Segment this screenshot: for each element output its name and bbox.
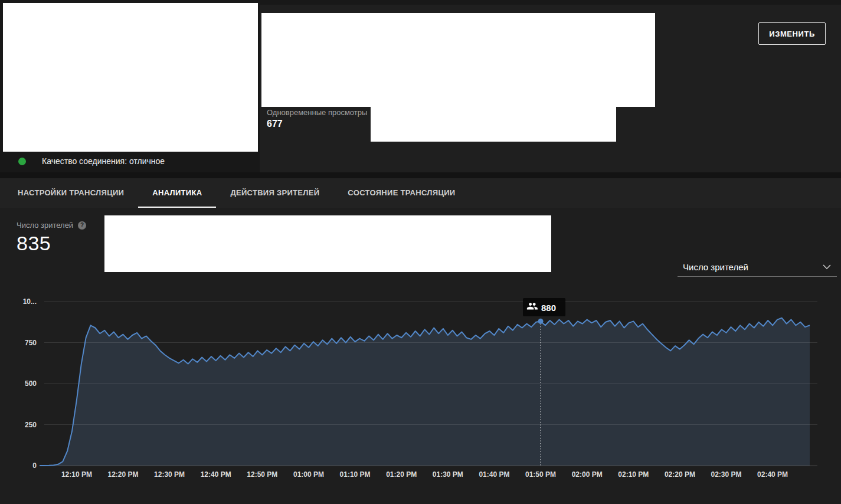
help-icon[interactable]: ? xyxy=(78,221,86,230)
x-axis-label-10: 01:50 PM xyxy=(525,470,556,479)
x-axis-label-0: 12:10 PM xyxy=(61,470,92,479)
stream-header-panel: Одновременные просмотры 677 ИЗМЕНИТЬ Кач… xyxy=(0,0,841,172)
stream-title-redacted xyxy=(261,13,655,107)
x-axis-label-11: 02:00 PM xyxy=(572,470,603,479)
concurrent-views-value: 677 xyxy=(267,117,367,130)
chevron-down-icon xyxy=(823,264,831,270)
viewer-count-value: 835 xyxy=(17,232,86,255)
tab-2[interactable]: ДЕЙСТВИЯ ЗРИТЕЛЕЙ xyxy=(216,178,333,208)
hover-point xyxy=(538,319,544,324)
connection-status-text: Качество соединения: отличное xyxy=(42,156,165,166)
connection-status-dot-icon xyxy=(18,158,26,165)
tab-0[interactable]: НАСТРОЙКИ ТРАНСЛЯЦИИ xyxy=(4,178,138,208)
viewer-count-metric: Число зрителей ? 835 xyxy=(17,221,86,255)
analytics-panel: НАСТРОЙКИ ТРАНСЛЯЦИИАНАЛИТИКАДЕЙСТВИЯ ЗР… xyxy=(0,178,841,504)
edit-button[interactable]: ИЗМЕНИТЬ xyxy=(758,22,826,45)
x-axis-label-1: 12:20 PM xyxy=(107,470,138,479)
x-axis-label-2: 12:30 PM xyxy=(154,470,185,479)
chart-area-fill xyxy=(40,318,810,466)
y-axis-label-1000: 10... xyxy=(23,297,37,306)
viewer-count-label: Число зрителей xyxy=(17,221,73,230)
connection-status-row: Качество соединения: отличное xyxy=(18,156,165,166)
concurrent-views-block: Одновременные просмотры 677 xyxy=(267,107,367,130)
analytics-detail-redacted xyxy=(104,215,551,272)
concurrent-views-label: Одновременные просмотры xyxy=(267,107,367,117)
x-axis-label-8: 01:30 PM xyxy=(433,470,463,479)
video-preview-redacted xyxy=(3,3,258,152)
x-axis-label-9: 01:40 PM xyxy=(479,470,509,479)
x-axis-label-5: 01:00 PM xyxy=(293,470,324,479)
x-axis-label-13: 02:20 PM xyxy=(665,470,695,479)
x-axis-label-4: 12:50 PM xyxy=(247,470,277,479)
x-axis-label-7: 01:20 PM xyxy=(386,470,417,479)
x-axis-label-15: 02:40 PM xyxy=(757,470,788,479)
y-axis-label-250: 250 xyxy=(25,421,37,429)
x-axis-label-3: 12:40 PM xyxy=(201,470,231,479)
stream-meta-redacted xyxy=(371,107,616,142)
tab-1-active[interactable]: АНАЛИТИКА xyxy=(138,178,216,208)
tooltip-value: 880 xyxy=(541,303,556,313)
x-axis-label-14: 02:30 PM xyxy=(711,470,741,479)
metric-dropdown-value: Число зрителей xyxy=(683,262,748,272)
x-axis-label-6: 01:10 PM xyxy=(340,470,371,479)
tab-bar: НАСТРОЙКИ ТРАНСЛЯЦИИАНАЛИТИКАДЕЙСТВИЯ ЗР… xyxy=(0,178,841,208)
y-axis-label-0: 0 xyxy=(32,462,37,470)
viewers-line-chart[interactable]: 025050075010...12:10 PM12:20 PM12:30 PM1… xyxy=(0,292,841,490)
y-axis-label-750: 750 xyxy=(25,339,37,347)
tab-3[interactable]: СОСТОЯНИЕ ТРАНСЛЯЦИИ xyxy=(333,178,469,208)
y-axis-label-500: 500 xyxy=(25,379,37,388)
x-axis-label-12: 02:10 PM xyxy=(618,470,649,479)
metric-dropdown[interactable]: Число зрителей xyxy=(678,257,837,277)
